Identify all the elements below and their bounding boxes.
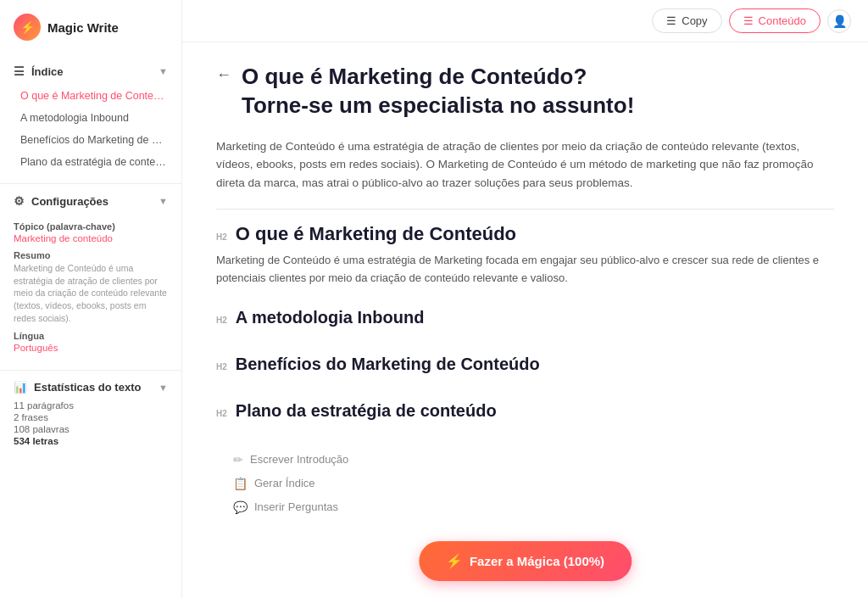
stat-2: 2 frases bbox=[14, 412, 168, 422]
section-text-1: Marketing de Conteúdo é uma estratégia d… bbox=[216, 252, 834, 288]
stat-4: 534 letras bbox=[14, 436, 168, 446]
settings-icon: ⚙ bbox=[14, 194, 25, 208]
write-icon: ✏ bbox=[233, 453, 243, 467]
copy-lines-icon: ☰ bbox=[666, 14, 676, 27]
stats-icon: 📊 bbox=[14, 381, 27, 394]
action-label-3: Inserir Perguntas bbox=[254, 500, 338, 513]
h2-label-3: H2 bbox=[216, 362, 227, 372]
summary-value: Marketing de Conteúdo é uma estratégia d… bbox=[14, 262, 168, 324]
summary-label: Resumo bbox=[14, 250, 168, 260]
stat-1: 11 parágrafos bbox=[14, 400, 168, 411]
topic-value: Marketing de conteúdo bbox=[14, 233, 168, 243]
main-area: ☰ Copy ☰ Conteúdo 👤 ← O que é Marketing … bbox=[182, 0, 868, 598]
section-heading-1: O que é Marketing de Conteúdo bbox=[236, 223, 516, 245]
config-area: Tópico (palavra-chave) Marketing de cont… bbox=[0, 215, 181, 366]
user-avatar[interactable]: 👤 bbox=[827, 9, 851, 33]
index-label: Índice bbox=[31, 65, 64, 78]
stats-section: 📊 Estatísticas do texto ▼ 11 parágrafos … bbox=[0, 374, 181, 455]
section-heading-2: A metodologia Inbound bbox=[236, 308, 425, 327]
conteudo-button[interactable]: ☰ Conteúdo bbox=[729, 8, 821, 33]
h2-label-2: H2 bbox=[216, 316, 227, 325]
index-section-header[interactable]: ☰ Índice ▼ bbox=[0, 58, 181, 85]
h2-label-1: H2 bbox=[216, 232, 227, 242]
section-block-4: H2 Plano da estratégia de conteúdo bbox=[216, 401, 834, 428]
logo-icon: ⚡ bbox=[14, 14, 41, 41]
section-heading-3: Benefícios do Marketing de Conteúdo bbox=[236, 355, 540, 374]
index-doc-icon: 📋 bbox=[233, 477, 248, 490]
index-section: ☰ Índice ▼ O que é Marketing de Conteúdo… bbox=[0, 51, 181, 180]
questions-icon: 💬 bbox=[233, 500, 248, 514]
index-chevron: ▼ bbox=[159, 66, 168, 76]
app-name: Magic Write bbox=[47, 20, 119, 35]
divider-1 bbox=[0, 183, 181, 184]
article-title: O que é Marketing de Conteúdo? Torne-se … bbox=[242, 63, 634, 120]
article-header: ← O que é Marketing de Conteúdo? Torne-s… bbox=[216, 63, 834, 120]
settings-label: Configurações bbox=[31, 195, 108, 208]
action-write-intro[interactable]: ✏ Escrever Introdução bbox=[233, 448, 834, 472]
bottom-bar: ⚡ Fazer a Mágica (100%) bbox=[419, 541, 632, 581]
settings-chevron: ▼ bbox=[159, 196, 168, 206]
section-divider bbox=[216, 209, 834, 210]
divider-2 bbox=[0, 370, 181, 371]
sidebar: ⚡ Magic Write ☰ Índice ▼ O que é Marketi… bbox=[0, 0, 182, 598]
action-label-2: Gerar Índice bbox=[254, 477, 315, 489]
back-arrow-icon[interactable]: ← bbox=[216, 66, 231, 84]
settings-section: ⚙ Configurações ▼ Tópico (palavra-chave)… bbox=[0, 187, 181, 366]
conteudo-lines-icon: ☰ bbox=[743, 14, 754, 27]
stat-3: 108 palavras bbox=[14, 424, 168, 434]
sidebar-item-2[interactable]: A metodologia Inbound bbox=[0, 107, 181, 129]
topbar: ☰ Copy ☰ Conteúdo 👤 bbox=[182, 0, 868, 42]
stats-chevron: ▼ bbox=[159, 383, 168, 393]
action-label-1: Escrever Introdução bbox=[250, 453, 348, 466]
content-area: ← O que é Marketing de Conteúdo? Torne-s… bbox=[182, 42, 868, 598]
topic-label: Tópico (palavra-chave) bbox=[14, 221, 168, 232]
action-generate-index[interactable]: 📋 Gerar Índice bbox=[233, 472, 834, 495]
section-block-3: H2 Benefícios do Marketing de Conteúdo bbox=[216, 355, 834, 381]
h2-label-4: H2 bbox=[216, 409, 227, 418]
index-icon: ☰ bbox=[14, 64, 25, 78]
magic-button-label: Fazer a Mágica (100%) bbox=[470, 554, 604, 568]
sidebar-item-3[interactable]: Benefícios do Marketing de Conteú... bbox=[0, 129, 181, 151]
magic-wand-icon: ⚡ bbox=[446, 553, 463, 569]
section-block-2: H2 A metodologia Inbound bbox=[216, 308, 834, 334]
sidebar-item-4[interactable]: Plano da estratégia de conteúdo bbox=[0, 151, 181, 173]
section-heading-4: Plano da estratégia de conteúdo bbox=[236, 401, 497, 421]
stats-label: Estatísticas do texto bbox=[34, 381, 141, 394]
magic-button[interactable]: ⚡ Fazer a Mágica (100%) bbox=[419, 541, 632, 581]
language-label: Língua bbox=[14, 331, 168, 341]
action-insert-questions[interactable]: 💬 Inserir Perguntas bbox=[233, 495, 834, 519]
section-block-1: H2 O que é Marketing de Conteúdo Marketi… bbox=[216, 223, 834, 288]
article-intro: Marketing de Conteúdo é uma estratégia d… bbox=[216, 137, 834, 193]
actions-section: ✏ Escrever Introdução 📋 Gerar Índice 💬 I… bbox=[216, 448, 834, 519]
settings-header[interactable]: ⚙ Configurações ▼ bbox=[0, 187, 181, 215]
copy-button[interactable]: ☰ Copy bbox=[652, 8, 721, 33]
language-value: Português bbox=[14, 343, 168, 353]
logo-area[interactable]: ⚡ Magic Write bbox=[0, 0, 181, 51]
sidebar-item-1[interactable]: O que é Marketing de Conteúdo bbox=[0, 85, 181, 107]
